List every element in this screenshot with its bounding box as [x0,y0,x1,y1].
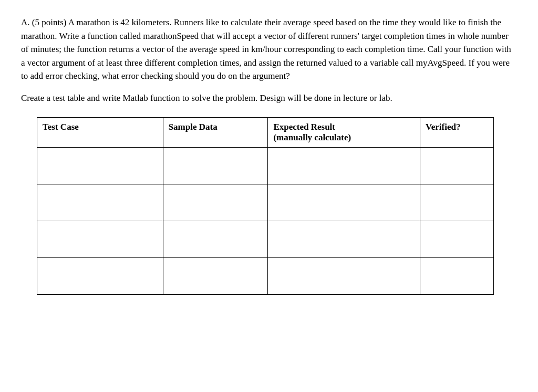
cell-test_case-0 [37,148,163,184]
follow-up-text: Create a test table and write Matlab fun… [21,91,517,105]
question-text: A. (5 points) A marathon is 42 kilometer… [21,16,517,83]
cell-verified-2 [420,221,494,258]
header-sample-data: Sample Data [163,118,268,148]
cell-expected_result-2 [268,221,420,258]
cell-expected_result-3 [268,258,420,295]
header-expected-result: Expected Result(manually calculate) [268,118,420,148]
cell-verified-1 [420,184,494,221]
table-row [37,258,494,295]
cell-verified-0 [420,148,494,184]
cell-sample_data-3 [163,258,268,295]
expected-result-line1: Expected Result [273,122,335,132]
cell-sample_data-2 [163,221,268,258]
cell-test_case-2 [37,221,163,258]
table-row [37,184,494,221]
cell-verified-3 [420,258,494,295]
question-body: A. (5 points) A marathon is 42 kilometer… [21,16,517,105]
cell-test_case-1 [37,184,163,221]
test-table: Test Case Sample Data Expected Result(ma… [37,117,494,295]
cell-expected_result-0 [268,148,420,184]
table-row [37,221,494,258]
cell-sample_data-1 [163,184,268,221]
cell-test_case-3 [37,258,163,295]
header-test-case: Test Case [37,118,163,148]
table-row [37,148,494,184]
table-header-row: Test Case Sample Data Expected Result(ma… [37,118,494,148]
cell-expected_result-1 [268,184,420,221]
header-verified: Verified? [420,118,494,148]
cell-sample_data-0 [163,148,268,184]
expected-result-line2: (manually calculate) [273,132,351,142]
